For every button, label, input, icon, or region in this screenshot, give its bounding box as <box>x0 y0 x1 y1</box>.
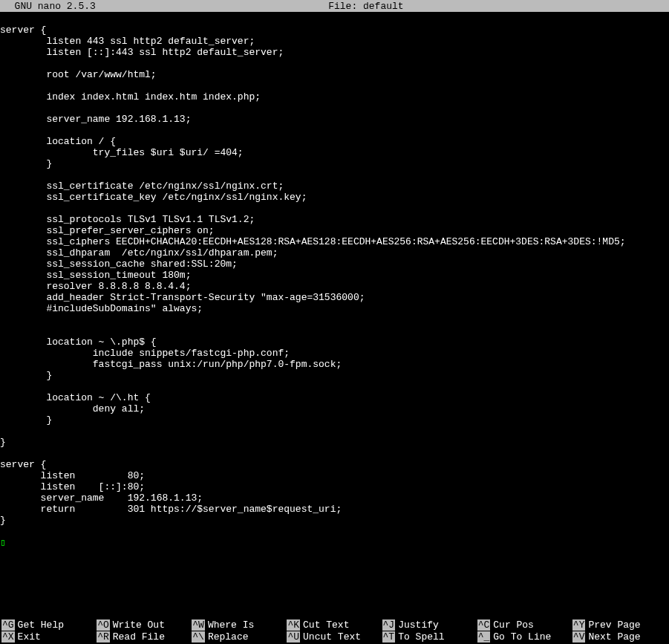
menu-key: ^T <box>382 631 396 643</box>
editor-line[interactable]: root /var/www/html; <box>0 69 669 80</box>
editor-line[interactable]: location / { <box>0 136 669 147</box>
menu-key: ^G <box>1 619 15 631</box>
menu-item-cut-text[interactable]: ^KCut Text <box>287 619 382 631</box>
menu-label: Uncut Text <box>303 631 361 643</box>
editor-line[interactable]: server_name 192.168.1.13; <box>0 114 669 125</box>
editor-line[interactable]: } <box>0 370 669 381</box>
editor-line[interactable]: listen 80; <box>0 470 669 481</box>
editor-line[interactable]: } <box>0 158 669 169</box>
editor-line[interactable] <box>0 58 669 69</box>
editor-line[interactable] <box>0 426 669 437</box>
editor-line[interactable]: try_files $uri $uri/ =404; <box>0 147 669 158</box>
menu-label: Read File <box>113 631 165 643</box>
menu-key: ^\ <box>192 631 205 643</box>
editor-line[interactable] <box>0 314 669 325</box>
menu-label: Justify <box>398 619 439 631</box>
menu-key: ^U <box>287 631 300 643</box>
menu-label: To Spell <box>398 631 444 643</box>
menu-label: Replace <box>208 631 249 643</box>
editor-line[interactable]: ssl_session_timeout 180m; <box>0 270 669 281</box>
menu-key: ^C <box>477 619 491 631</box>
editor-line[interactable]: listen [::]:80; <box>0 481 669 492</box>
cursor-line[interactable]: ▯ <box>0 537 669 548</box>
menu-label: Write Out <box>113 619 165 631</box>
menu-label: Where Is <box>208 619 254 631</box>
editor-line[interactable]: location ~ /\.ht { <box>0 392 669 403</box>
menu-key: ^R <box>97 631 110 643</box>
menu-item-justify[interactable]: ^JJustify <box>382 619 477 631</box>
menu-key: ^K <box>287 619 300 631</box>
menu-item-uncut-text[interactable]: ^UUncut Text <box>287 631 382 643</box>
editor-line[interactable]: } <box>0 437 669 448</box>
menu-label: Go To Line <box>493 631 551 643</box>
editor-line[interactable]: } <box>0 515 669 526</box>
menu-key: ^O <box>97 619 110 631</box>
editor-line[interactable] <box>0 103 669 114</box>
editor-line[interactable]: ssl_session_cache shared:SSL:20m; <box>0 258 669 270</box>
editor-area[interactable]: server { listen 443 ssl http2 default_se… <box>0 12 669 548</box>
menu-item-prev-page[interactable]: ^YPrev Page <box>572 619 668 631</box>
editor-line[interactable] <box>0 80 669 91</box>
editor-line[interactable]: ssl_prefer_server_ciphers on; <box>0 225 669 236</box>
editor-line[interactable] <box>0 203 669 214</box>
editor-line[interactable]: deny all; <box>0 403 669 414</box>
editor-line[interactable]: include snippets/fastcgi-php.conf; <box>0 348 669 359</box>
title-bar: GNU nano 2.5.3 File: default <box>0 0 669 12</box>
editor-line[interactable]: location ~ \.php$ { <box>0 336 669 348</box>
menu-key: ^W <box>192 619 205 631</box>
menu-item-go-to-line[interactable]: ^_Go To Line <box>477 631 572 643</box>
editor-line[interactable]: resolver 8.8.8.8 8.8.4.4; <box>0 281 669 292</box>
editor-line[interactable]: ssl_protocols TLSv1 TLSv1.1 TLSv1.2; <box>0 214 669 225</box>
editor-line[interactable] <box>0 125 669 136</box>
editor-line[interactable]: server { <box>0 25 669 36</box>
menu-key: ^X <box>1 631 15 643</box>
editor-line[interactable]: } <box>0 414 669 426</box>
menu-label: Cut Text <box>303 619 349 631</box>
menu-key: ^V <box>572 631 586 643</box>
menu-item-where-is[interactable]: ^WWhere Is <box>192 619 287 631</box>
menu-item-next-page[interactable]: ^VNext Page <box>572 631 668 643</box>
editor-line[interactable]: ssl_dhparam /etc/nginx/ssl/dhparam.pem; <box>0 247 669 258</box>
editor-line[interactable] <box>0 325 669 336</box>
editor-line[interactable] <box>0 448 669 459</box>
menu-label: Cur Pos <box>493 619 534 631</box>
menu-item-read-file[interactable]: ^RRead File <box>97 631 192 643</box>
menu-item-exit[interactable]: ^XExit <box>1 631 97 643</box>
file-title: File: default <box>96 1 636 12</box>
editor-line[interactable]: server { <box>0 459 669 470</box>
menu-bar: ^GGet Help^OWrite Out^WWhere Is^KCut Tex… <box>0 619 669 644</box>
menu-item-write-out[interactable]: ^OWrite Out <box>97 619 192 631</box>
editor-line[interactable]: listen 443 ssl http2 default_server; <box>0 36 669 47</box>
editor-line[interactable]: add_header Strict-Transport-Security "ma… <box>0 292 669 303</box>
menu-item-cur-pos[interactable]: ^CCur Pos <box>477 619 572 631</box>
menu-label: Exit <box>18 631 41 643</box>
app-title: GNU nano 2.5.3 <box>3 1 96 12</box>
editor-line[interactable]: server_name 192.168.1.13; <box>0 492 669 504</box>
editor-line[interactable] <box>0 381 669 392</box>
menu-label: Prev Page <box>588 619 640 631</box>
menu-key: ^Y <box>572 619 586 631</box>
editor-line[interactable]: listen [::]:443 ssl http2 default_server… <box>0 47 669 58</box>
editor-line[interactable]: return 301 https://$server_name$request_… <box>0 504 669 515</box>
editor-line[interactable]: #includeSubDomains" always; <box>0 303 669 314</box>
editor-line[interactable] <box>0 13 669 25</box>
menu-item-replace[interactable]: ^\Replace <box>192 631 287 643</box>
menu-label: Next Page <box>588 631 640 643</box>
editor-line[interactable]: index index.html index.htm index.php; <box>0 91 669 103</box>
menu-key: ^J <box>382 619 396 631</box>
menu-item-get-help[interactable]: ^GGet Help <box>1 619 97 631</box>
cursor-icon: ▯ <box>0 537 6 548</box>
menu-key: ^_ <box>477 631 491 643</box>
menu-item-to-spell[interactable]: ^TTo Spell <box>382 631 477 643</box>
editor-line[interactable] <box>0 169 669 180</box>
editor-line[interactable]: fastcgi_pass unix:/run/php/php7.0-fpm.so… <box>0 359 669 370</box>
editor-line[interactable]: ssl_ciphers EECDH+CHACHA20:EECDH+AES128:… <box>0 236 669 247</box>
editor-line[interactable]: ssl_certificate_key /etc/nginx/ssl/nginx… <box>0 192 669 203</box>
editor-line[interactable] <box>0 526 669 537</box>
menu-label: Get Help <box>18 619 64 631</box>
editor-line[interactable]: ssl_certificate /etc/nginx/ssl/nginx.crt… <box>0 180 669 192</box>
